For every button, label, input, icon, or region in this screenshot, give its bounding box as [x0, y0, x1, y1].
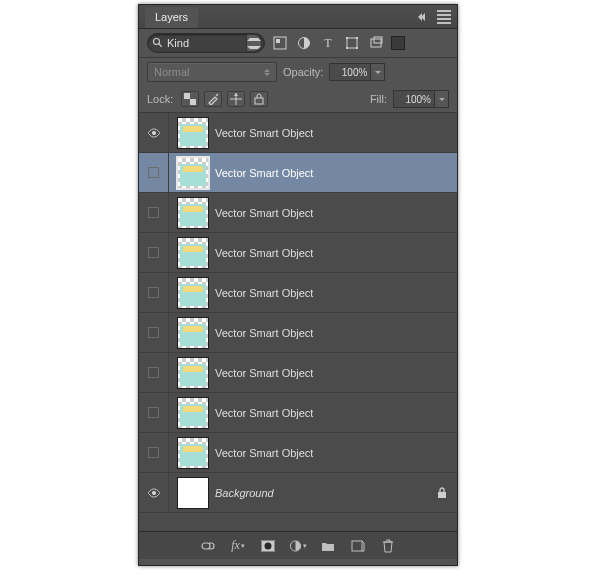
svg-rect-7 — [346, 37, 348, 39]
layer-name[interactable]: Vector Smart Object — [215, 327, 457, 339]
layer-row[interactable]: Vector Smart Object — [139, 193, 457, 233]
layer-row[interactable]: Background — [139, 473, 457, 513]
fill-label: Fill: — [370, 93, 387, 105]
layer-row[interactable]: Vector Smart Object — [139, 113, 457, 153]
svg-rect-14 — [190, 99, 196, 105]
layer-name[interactable]: Vector Smart Object — [215, 207, 457, 219]
layer-row[interactable]: Vector Smart Object — [139, 353, 457, 393]
layer-thumbnail[interactable] — [177, 197, 209, 229]
filter-type-icon[interactable]: T — [319, 34, 337, 52]
panel-titlebar: Layers — [139, 5, 457, 29]
layer-thumbnail[interactable] — [177, 117, 209, 149]
filter-shape-icon[interactable] — [343, 34, 361, 52]
opacity-label: Opacity: — [283, 66, 323, 78]
layer-row[interactable]: Vector Smart Object — [139, 313, 457, 353]
svg-line-1 — [159, 44, 162, 47]
svg-rect-10 — [356, 47, 358, 49]
svg-rect-6 — [347, 38, 357, 48]
layer-name[interactable]: Vector Smart Object — [215, 247, 457, 259]
layer-thumbnail[interactable] — [177, 397, 209, 429]
svg-point-23 — [265, 542, 272, 549]
svg-text:T: T — [324, 36, 332, 50]
lock-position-icon[interactable] — [227, 91, 245, 107]
layer-row[interactable]: Vector Smart Object — [139, 433, 457, 473]
lock-all-icon[interactable] — [250, 91, 268, 107]
layer-name[interactable]: Vector Smart Object — [215, 127, 457, 139]
layer-list: Vector Smart ObjectVector Smart ObjectVe… — [139, 113, 457, 531]
layer-row[interactable]: Vector Smart Object — [139, 393, 457, 433]
layer-name[interactable]: Vector Smart Object — [215, 407, 457, 419]
layers-panel: Layers Kind T Normal Op — [138, 4, 458, 566]
layer-row[interactable]: Vector Smart Object — [139, 273, 457, 313]
lock-transparency-icon[interactable] — [181, 91, 199, 107]
lock-row: Lock: Fill: 100% — [139, 86, 457, 113]
svg-marker-17 — [234, 93, 238, 96]
filter-bar: Kind T — [139, 29, 457, 58]
layer-thumbnail[interactable] — [177, 237, 209, 269]
visibility-toggle[interactable] — [139, 273, 169, 312]
link-layers-icon[interactable] — [199, 537, 217, 555]
layer-thumbnail[interactable] — [177, 437, 209, 469]
visibility-toggle[interactable] — [139, 433, 169, 472]
svg-rect-18 — [255, 98, 263, 104]
layer-thumbnail[interactable] — [177, 357, 209, 389]
group-icon[interactable] — [319, 537, 337, 555]
layers-tab[interactable]: Layers — [145, 7, 198, 28]
collapse-icon[interactable] — [413, 10, 431, 24]
new-layer-icon[interactable] — [349, 537, 367, 555]
visibility-toggle[interactable] — [139, 113, 169, 152]
svg-rect-13 — [184, 93, 190, 99]
layer-thumbnail[interactable] — [177, 317, 209, 349]
delete-layer-icon[interactable] — [379, 537, 397, 555]
blend-mode-dropdown[interactable]: Normal — [147, 62, 277, 82]
filter-search[interactable]: Kind — [147, 33, 265, 53]
layer-name[interactable]: Background — [215, 487, 437, 499]
visibility-toggle[interactable] — [139, 313, 169, 352]
layer-row[interactable]: Vector Smart Object — [139, 233, 457, 273]
layer-style-icon[interactable]: fx▾ — [229, 537, 247, 555]
filter-color-swatch[interactable] — [391, 36, 405, 50]
visibility-toggle[interactable] — [139, 193, 169, 232]
blend-row: Normal Opacity: 100% — [139, 58, 457, 86]
svg-point-20 — [151, 490, 155, 494]
lock-pixels-icon[interactable] — [204, 91, 222, 107]
search-icon — [152, 37, 164, 49]
layer-thumbnail[interactable] — [177, 277, 209, 309]
visibility-toggle[interactable] — [139, 353, 169, 392]
layer-thumbnail[interactable] — [177, 157, 209, 189]
adjustment-layer-icon[interactable]: ▾ — [289, 537, 307, 555]
lock-icon — [437, 487, 447, 499]
opacity-stepper[interactable] — [371, 63, 385, 81]
panel-footer: fx▾ ▾ — [139, 531, 457, 559]
svg-point-19 — [151, 130, 155, 134]
filter-pixel-icon[interactable] — [271, 34, 289, 52]
svg-rect-9 — [346, 47, 348, 49]
visibility-toggle[interactable] — [139, 233, 169, 272]
layer-name[interactable]: Vector Smart Object — [215, 167, 457, 179]
layer-name[interactable]: Vector Smart Object — [215, 287, 457, 299]
layer-name[interactable]: Vector Smart Object — [215, 447, 457, 459]
fill-stepper[interactable] — [435, 90, 449, 108]
layer-mask-icon[interactable] — [259, 537, 277, 555]
lock-label: Lock: — [147, 93, 173, 105]
filter-stepper[interactable] — [246, 34, 262, 52]
visibility-toggle[interactable] — [139, 473, 169, 512]
layer-thumbnail[interactable] — [177, 477, 209, 509]
filter-smart-icon[interactable] — [367, 34, 385, 52]
svg-rect-8 — [356, 37, 358, 39]
fill-value[interactable]: 100% — [393, 90, 435, 108]
svg-rect-21 — [438, 492, 446, 498]
svg-rect-3 — [276, 39, 280, 43]
visibility-toggle[interactable] — [139, 153, 169, 192]
filter-adjustment-icon[interactable] — [295, 34, 313, 52]
svg-rect-25 — [352, 541, 362, 551]
visibility-toggle[interactable] — [139, 393, 169, 432]
opacity-value[interactable]: 100% — [329, 63, 371, 81]
blend-mode-value: Normal — [154, 66, 189, 78]
layer-name[interactable]: Vector Smart Object — [215, 367, 457, 379]
panel-menu-icon[interactable] — [437, 10, 451, 24]
svg-point-0 — [154, 39, 160, 45]
filter-value: Kind — [167, 37, 246, 49]
layer-row[interactable]: Vector Smart Object — [139, 153, 457, 193]
